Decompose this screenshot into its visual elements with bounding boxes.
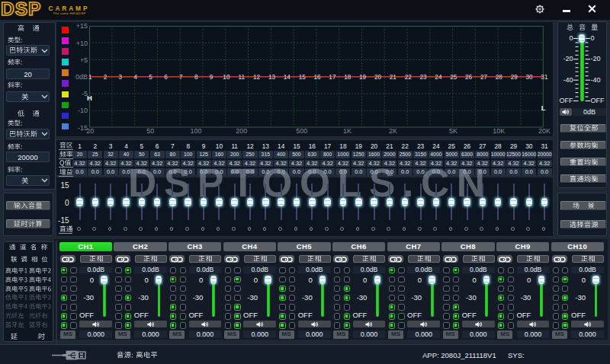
svg-text:17: 17 — [329, 73, 337, 80]
svg-text:20: 20 — [374, 73, 382, 80]
svg-text:31: 31 — [541, 73, 549, 80]
svg-text:24: 24 — [435, 73, 443, 80]
svg-text:27: 27 — [480, 73, 488, 80]
svg-text:23: 23 — [420, 73, 428, 80]
svg-text:15: 15 — [299, 73, 307, 80]
svg-text:18: 18 — [345, 73, 352, 80]
svg-text:28: 28 — [496, 73, 503, 80]
svg-text:29: 29 — [511, 73, 518, 80]
svg-text:1: 1 — [88, 73, 92, 80]
svg-text:5: 5 — [149, 73, 153, 80]
svg-text:16: 16 — [314, 73, 322, 80]
svg-text:H: H — [87, 94, 92, 102]
svg-text:30: 30 — [526, 73, 534, 80]
svg-text:4: 4 — [134, 73, 138, 80]
svg-text:14: 14 — [284, 73, 291, 80]
svg-text:13: 13 — [268, 73, 276, 80]
svg-text:19: 19 — [359, 73, 367, 80]
svg-text:7: 7 — [179, 73, 183, 80]
svg-text:11: 11 — [239, 73, 246, 80]
svg-text:6: 6 — [165, 73, 169, 80]
svg-text:3: 3 — [119, 73, 123, 80]
svg-text:10: 10 — [223, 73, 231, 80]
svg-text:21: 21 — [390, 73, 397, 80]
svg-text:9: 9 — [210, 73, 214, 80]
svg-text:22: 22 — [405, 73, 413, 80]
svg-text:12: 12 — [253, 73, 261, 80]
svg-text:2: 2 — [104, 73, 108, 80]
svg-text:L: L — [541, 104, 546, 112]
svg-text:8: 8 — [194, 73, 198, 80]
svg-text:25: 25 — [451, 73, 458, 80]
svg-text:26: 26 — [465, 73, 473, 80]
